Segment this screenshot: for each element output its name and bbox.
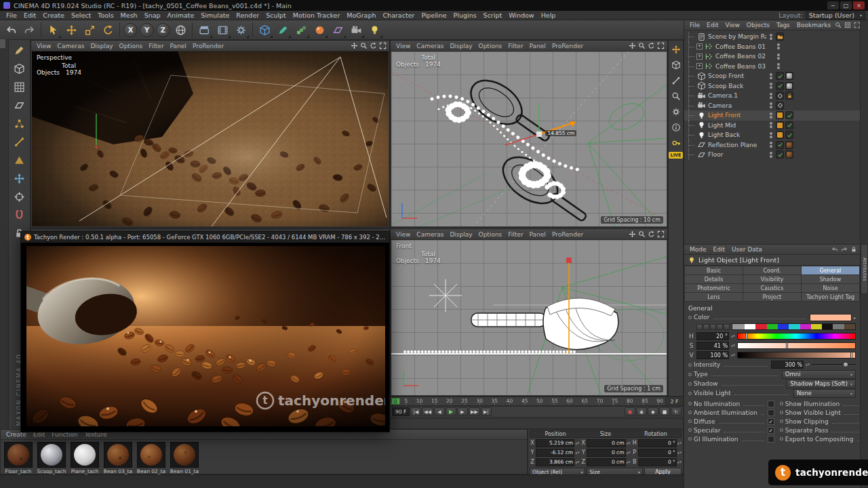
- model-mode-button[interactable]: [10, 60, 29, 78]
- anim-dot-icon[interactable]: [780, 402, 783, 405]
- spinner[interactable]: ▲▼: [575, 442, 579, 445]
- check-tag-icon[interactable]: [785, 131, 793, 139]
- texture-mode-button[interactable]: [10, 78, 29, 96]
- spinner[interactable]: ▲▼: [731, 335, 735, 338]
- vp-menu-filter[interactable]: Filter: [146, 43, 166, 49]
- pan-view-icon[interactable]: [351, 42, 358, 49]
- anim-dot-icon[interactable]: [688, 392, 692, 395]
- spinner[interactable]: ▲▼: [575, 451, 579, 454]
- om-menu-file[interactable]: File: [687, 22, 703, 28]
- ambient-illumination-checkbox[interactable]: [768, 409, 774, 416]
- spinner[interactable]: ▲▼: [731, 344, 735, 347]
- visibility-dots[interactable]: [770, 93, 772, 99]
- visibility-dots[interactable]: [770, 152, 772, 158]
- object-row-scene[interactable]: Scene by Margin Raaven: [684, 32, 860, 42]
- frame-step-field[interactable]: 2 F: [665, 397, 683, 405]
- timeline-playhead[interactable]: 0: [391, 398, 400, 405]
- material-item[interactable]: Scoop_tach: [36, 442, 67, 474]
- anim-dot-icon[interactable]: [688, 428, 692, 432]
- dock-handle-icon[interactable]: [4, 39, 5, 48]
- zoom-view-icon[interactable]: [638, 230, 646, 238]
- target-tag-icon[interactable]: [776, 102, 784, 110]
- x-axis-lock-button[interactable]: X: [123, 23, 138, 37]
- hue-field[interactable]: 20 °: [696, 332, 729, 340]
- perspective-canvas[interactable]: Perspective Total Objects1974: [32, 52, 389, 226]
- tab-caustics[interactable]: Caustics: [743, 284, 801, 292]
- add-light-button[interactable]: [366, 21, 383, 39]
- simulate-button[interactable]: [311, 21, 328, 39]
- workplane-mode-button[interactable]: [10, 96, 29, 115]
- rotate-view-icon[interactable]: [648, 42, 655, 49]
- vp-menu-options[interactable]: Options: [117, 43, 146, 49]
- material-item[interactable]: Bean 02_ta: [136, 442, 167, 474]
- position-z-field[interactable]: 3.866 cm: [536, 458, 574, 466]
- autokey-button[interactable]: ◉: [636, 407, 647, 416]
- live-selection-button[interactable]: [44, 21, 62, 39]
- z-axis-lock-button[interactable]: Z: [156, 23, 170, 37]
- coordinate-system-button[interactable]: [172, 21, 189, 39]
- tachyon-live-badge[interactable]: LIVE: [669, 152, 682, 159]
- next-key-button[interactable]: ▶▶: [469, 407, 480, 416]
- object-row-scoop-front[interactable]: Scoop Front: [684, 71, 860, 81]
- anim-dot-icon[interactable]: [688, 382, 692, 386]
- tab-lens[interactable]: Lens: [685, 293, 743, 301]
- tachyon-light-tag-icon[interactable]: [776, 131, 784, 139]
- saturation-bar[interactable]: [737, 342, 856, 349]
- rotation-b-field[interactable]: 0 °: [638, 458, 677, 466]
- anim-dot-icon[interactable]: [688, 420, 692, 423]
- light-type-dropdown[interactable]: Omni▾: [782, 370, 856, 379]
- tachyon-light-tag-icon[interactable]: [776, 111, 784, 119]
- expander-icon[interactable]: +: [696, 63, 703, 69]
- vp-menu-options[interactable]: Options: [476, 231, 505, 238]
- intensity-slider[interactable]: [812, 361, 856, 369]
- phong-tag-icon[interactable]: [776, 72, 784, 80]
- redo-button[interactable]: [20, 21, 38, 39]
- color-swatch[interactable]: [810, 314, 852, 321]
- expander-icon[interactable]: +: [696, 54, 703, 60]
- vp-menu-panel[interactable]: Panel: [167, 43, 189, 49]
- front-view-canvas[interactable]: Front Total Objects1974 Grid Spacing : 1…: [391, 240, 667, 395]
- material-item[interactable]: Bean 01_ta: [169, 442, 200, 474]
- box-tool-button[interactable]: [669, 58, 683, 72]
- anim-dot-icon[interactable]: [688, 411, 692, 414]
- attr-menu-user-data[interactable]: User Data: [729, 246, 765, 253]
- cut-tool-button[interactable]: [669, 74, 683, 87]
- tab-noise[interactable]: Noise: [802, 284, 859, 292]
- toggle-view-icon[interactable]: [379, 42, 387, 49]
- viewport-solo-button[interactable]: [10, 188, 29, 206]
- object-row-coffee-beans-03[interactable]: + Coffee Beans 03: [684, 62, 860, 72]
- material-item[interactable]: Plane_tach: [69, 442, 100, 474]
- tab-tachyon-light-tag[interactable]: Tachyon Light Tag: [802, 293, 859, 301]
- add-floor-button[interactable]: [329, 21, 347, 39]
- menu-mesh[interactable]: Mesh: [117, 12, 141, 19]
- record-rotation-button[interactable]: ↻: [671, 407, 682, 416]
- menu-mograph[interactable]: MoGraph: [343, 12, 379, 19]
- vp-menu-prorender[interactable]: ProRender: [190, 43, 226, 49]
- vp-menu-cameras[interactable]: Cameras: [414, 231, 446, 238]
- record-position-button[interactable]: ◆: [648, 407, 658, 416]
- previous-key-button[interactable]: ◀◀: [422, 407, 433, 416]
- anim-dot-icon[interactable]: [780, 420, 783, 423]
- points-mode-button[interactable]: [10, 115, 29, 133]
- enable-axis-button[interactable]: [10, 169, 29, 188]
- material-item[interactable]: Floor_tach: [3, 442, 34, 474]
- vp-menu-cameras[interactable]: Cameras: [414, 43, 446, 49]
- search-icon[interactable]: [835, 22, 842, 28]
- previous-frame-button[interactable]: ◀: [434, 407, 445, 416]
- menu-script[interactable]: Script: [480, 12, 506, 19]
- spinner[interactable]: ▲▼: [677, 461, 682, 464]
- spinner[interactable]: ▲▼: [627, 442, 631, 445]
- vp-menu-view[interactable]: View: [393, 43, 413, 49]
- menu-snap[interactable]: Snap: [141, 12, 164, 19]
- material-item[interactable]: Bean 03_ta: [102, 442, 134, 474]
- object-row-coffee-beans-02[interactable]: + Coffee Beans 02: [684, 52, 860, 62]
- rotate-tool-button[interactable]: [99, 21, 117, 39]
- hue-bar[interactable]: [737, 333, 856, 340]
- menu-plugins[interactable]: Plugins: [450, 12, 480, 19]
- anim-dot-icon[interactable]: [688, 373, 692, 376]
- visibility-dots[interactable]: [770, 73, 772, 79]
- visibility-dots[interactable]: [777, 43, 780, 49]
- menu-edit[interactable]: Edit: [20, 12, 39, 19]
- menu-sculpt[interactable]: Sculpt: [262, 12, 290, 19]
- end-frame-field[interactable]: 90 F: [392, 407, 410, 416]
